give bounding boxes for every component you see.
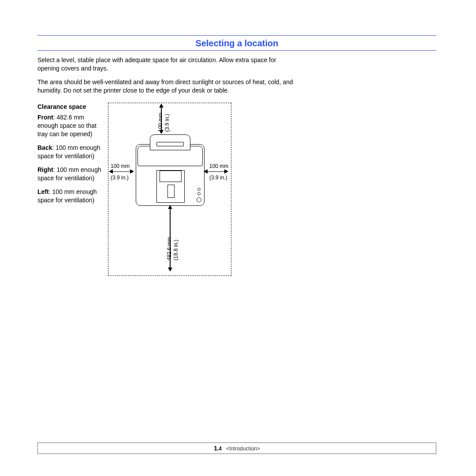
printer-icon — [136, 134, 204, 205]
clearance-back-lead: Back — [37, 144, 52, 151]
chapter-label: <Introduction> — [226, 446, 260, 452]
section-title: Selecting a location — [37, 38, 436, 48]
section-rule-bottom — [37, 50, 436, 51]
page-number-minor: .4 — [217, 446, 222, 452]
arrow-cap-up-icon — [168, 205, 172, 209]
top-dimension-in: (3.9 in.) — [164, 114, 171, 132]
clearance-right-lead: Right — [37, 166, 53, 173]
clearance-front: Front: 482.6 mm enough space so that tra… — [37, 113, 104, 138]
left-dimension-mm: 100 mm — [111, 164, 130, 170]
arrow-cap-right-icon — [224, 169, 228, 174]
right-dimension-in: (3.9 in.) — [209, 175, 227, 181]
page-footer: 1.4 <Introduction> — [37, 443, 436, 454]
arrow-cap-down-icon — [168, 268, 172, 271]
arrow-cap-up-icon — [159, 104, 164, 108]
front-dimension-mm: 482.6 mm — [167, 237, 173, 260]
clearance-left-lead: Left — [37, 188, 49, 195]
front-dimension-in: (18.8 in.) — [173, 239, 179, 260]
page-number-major: 1 — [214, 445, 217, 452]
clearance-front-lead: Front — [37, 114, 53, 121]
right-dimension-mm: 100 mm — [209, 164, 228, 170]
arrow-cap-left-icon — [204, 169, 208, 174]
clearance-back: Back: 100 mm enough space for ventilatio… — [37, 144, 104, 160]
clearance-left: Left: 100 mm enough space for ventilatio… — [37, 188, 104, 205]
intro-paragraph-1: Select a level, stable place with adequa… — [37, 56, 298, 73]
arrow-cap-left-icon — [109, 169, 113, 174]
left-dimension-in: (3.9 in.) — [111, 175, 129, 181]
intro-paragraph-2: The area should be well-ventilated and a… — [37, 78, 298, 95]
top-dimension-mm: 100 mm — [158, 112, 164, 131]
clearance-text-column: Clearance space Front: 482.6 mm enough s… — [37, 103, 104, 210]
section-rule-top — [37, 35, 436, 36]
clearance-heading: Clearance space — [37, 103, 104, 111]
arrow-cap-right-icon — [130, 169, 134, 174]
clearance-right: Right: 100 mm enough space for ventilati… — [37, 166, 104, 182]
clearance-diagram: 100 mm (3.9 in.) 100 mm (3.9 in.) 100 mm… — [108, 103, 231, 276]
